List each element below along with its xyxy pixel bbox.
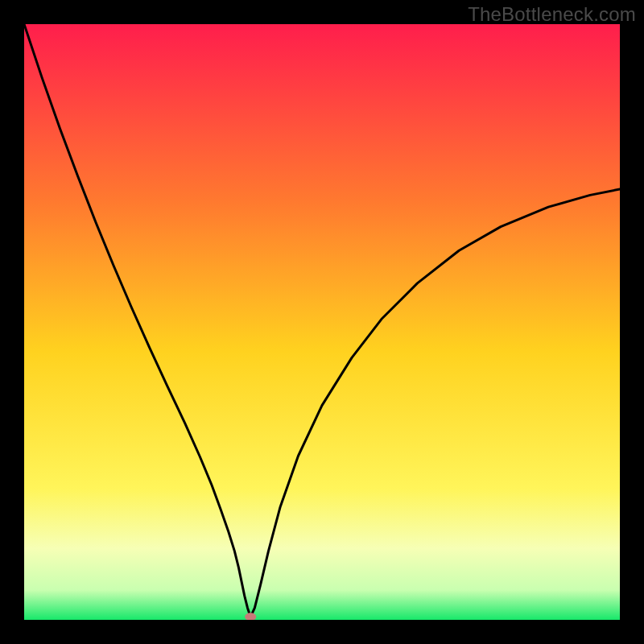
chart-svg <box>24 24 620 620</box>
plot-area <box>24 24 620 620</box>
chart-frame: TheBottleneck.com <box>0 0 644 644</box>
gradient-background <box>24 24 620 620</box>
watermark-text: TheBottleneck.com <box>468 3 636 26</box>
